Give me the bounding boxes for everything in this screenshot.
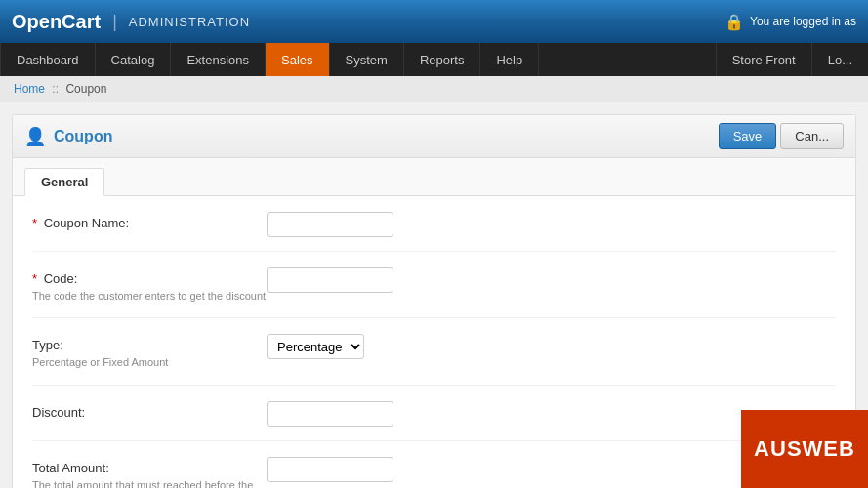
nav-right: Store Front Lo...	[716, 43, 868, 76]
navbar: Dashboard Catalog Extensions Sales Syste…	[0, 43, 868, 76]
header-separator: |	[112, 12, 117, 32]
breadcrumb: Home :: Coupon	[0, 76, 868, 102]
label-text-code: Code:	[44, 271, 78, 286]
coupon-icon: 👤	[24, 126, 46, 147]
breadcrumb-current: Coupon	[65, 82, 106, 96]
label-text-coupon-name: Coupon Name:	[44, 216, 129, 230]
label-text-discount: Discount:	[32, 405, 85, 420]
label-col-code: * Code: The code the customer enters to …	[32, 267, 267, 304]
nav-item-reports[interactable]: Reports	[404, 43, 481, 76]
label-type: Type:	[32, 338, 267, 352]
breadcrumb-separator: ::	[52, 82, 59, 96]
discount-input[interactable]	[267, 401, 393, 427]
header-left: OpenCart | ADMINISTRATION	[12, 11, 250, 33]
label-coupon-name: * Coupon Name:	[32, 216, 267, 230]
label-col-coupon-name: * Coupon Name:	[32, 212, 267, 230]
label-discount: Discount:	[32, 405, 267, 420]
label-total-amount: Total Amount:	[32, 461, 267, 475]
form-row-code: * Code: The code the customer enters to …	[32, 267, 836, 318]
form-row-coupon-name: * Coupon Name:	[32, 212, 836, 252]
admin-label: ADMINISTRATION	[129, 15, 250, 29]
form-row-type: Type: Percentage or Fixed Amount Percent…	[32, 334, 836, 385]
nav-item-storefront[interactable]: Store Front	[716, 43, 811, 76]
nav-item-sales[interactable]: Sales	[266, 43, 330, 76]
nav-item-catalog[interactable]: Catalog	[96, 43, 172, 76]
code-input[interactable]	[267, 267, 393, 293]
label-col-type: Type: Percentage or Fixed Amount	[32, 334, 267, 370]
coupon-name-input[interactable]	[267, 212, 393, 237]
panel: 👤 Coupon Save Can... General * Coupon Na…	[12, 114, 856, 488]
hint-total-amount: The total amount that must reached befor…	[32, 478, 267, 488]
control-col-type: Percentage Fixed Amount	[267, 334, 836, 359]
nav-item-extensions[interactable]: Extensions	[171, 43, 266, 76]
label-code: * Code:	[32, 271, 267, 286]
hint-type: Percentage or Fixed Amount	[32, 355, 267, 370]
tabs: General	[13, 158, 855, 196]
label-text-type: Type:	[32, 338, 63, 352]
nav-left: Dashboard Catalog Extensions Sales Syste…	[0, 43, 539, 76]
nav-item-help[interactable]: Help	[480, 43, 539, 76]
required-star-code: *	[32, 271, 37, 286]
control-col-code	[267, 267, 836, 293]
label-col-discount: Discount:	[32, 401, 267, 420]
form-row-discount: Discount:	[32, 401, 836, 441]
tab-general[interactable]: General	[24, 168, 104, 196]
logo: OpenCart	[12, 11, 101, 33]
cancel-button[interactable]: Can...	[780, 123, 844, 149]
panel-title-area: 👤 Coupon	[24, 126, 112, 147]
panel-header: 👤 Coupon Save Can...	[13, 115, 855, 158]
required-star-coupon-name: *	[32, 216, 37, 230]
form-body: * Coupon Name: * Code: The code the cust…	[13, 196, 855, 488]
type-select[interactable]: Percentage Fixed Amount	[267, 334, 364, 359]
lock-icon: 🔒	[724, 13, 744, 31]
hint-code: The code the customer enters to get the …	[32, 289, 267, 304]
save-button[interactable]: Save	[719, 123, 777, 149]
nav-item-system[interactable]: System	[330, 43, 404, 76]
panel-title: Coupon	[54, 128, 112, 145]
content: 👤 Coupon Save Can... General * Coupon Na…	[0, 102, 868, 488]
breadcrumb-home[interactable]: Home	[14, 82, 45, 96]
label-text-total-amount: Total Amount:	[32, 461, 109, 475]
panel-buttons: Save Can...	[719, 123, 844, 149]
control-col-coupon-name	[267, 212, 836, 237]
nav-item-logout[interactable]: Lo...	[811, 43, 868, 76]
nav-item-dashboard[interactable]: Dashboard	[0, 43, 96, 76]
form-row-total-amount: Total Amount: The total amount that must…	[32, 457, 836, 488]
header: OpenCart | ADMINISTRATION 🔒 You are logg…	[0, 0, 868, 43]
watermark-text: AUSWEB	[754, 436, 855, 462]
watermark: AUSWEB	[741, 410, 868, 488]
total-amount-input[interactable]	[267, 457, 393, 482]
logged-in-label: You are logged in as	[750, 15, 856, 28]
label-col-total-amount: Total Amount: The total amount that must…	[32, 457, 267, 488]
logged-in-text: 🔒 You are logged in as	[724, 13, 856, 31]
